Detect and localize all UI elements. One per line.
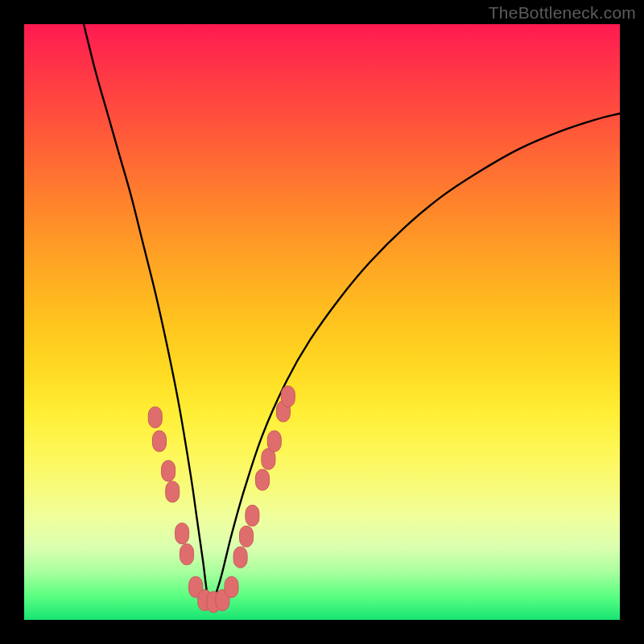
chart-stage: TheBottleneck.com <box>0 0 644 644</box>
curve-marker <box>175 523 189 544</box>
curve-marker <box>225 576 238 597</box>
curve-line <box>84 24 620 605</box>
curve-marker <box>267 431 281 452</box>
watermark-text: TheBottleneck.com <box>489 3 636 23</box>
curve-marker <box>281 386 295 407</box>
chart-overlay <box>24 24 620 620</box>
curve-marker <box>152 431 166 452</box>
curve-marker <box>233 547 247 568</box>
curve-marker <box>240 526 254 547</box>
curve-marker <box>180 544 194 565</box>
curve-marker <box>148 407 162 427</box>
curve-marker <box>246 506 259 526</box>
curve-marker <box>256 469 270 490</box>
curve-marker <box>162 460 175 481</box>
curve-marker <box>166 481 180 502</box>
